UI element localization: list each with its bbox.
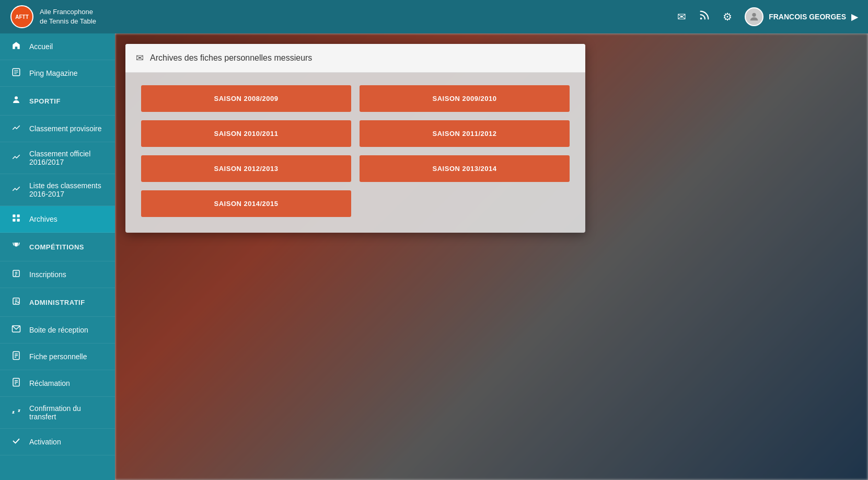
administratif-label: ADMINISTRATIF: [29, 299, 85, 306]
sidebar-item-activation[interactable]: Activation: [0, 429, 115, 455]
settings-icon[interactable]: ⚙: [723, 10, 732, 23]
classement-officiel-icon: [10, 152, 22, 164]
sidebar-item-boite-reception[interactable]: Boite de réception: [0, 317, 115, 344]
reclamation-icon: [10, 378, 22, 389]
boite-reception-icon: [10, 324, 22, 336]
confirmation-transfert-icon: [10, 407, 22, 418]
boite-reception-label: Boite de réception: [29, 326, 88, 334]
sidebar: AccueilPing MagazineSPORTIFClassement pr…: [0, 33, 115, 480]
archives-icon: [10, 213, 22, 225]
season-button-s2014[interactable]: SAISON 2014/2015: [141, 190, 351, 217]
svg-rect-9: [13, 219, 15, 222]
modal-body: SAISON 2008/2009SAISON 2009/2010SAISON 2…: [125, 73, 585, 233]
season-button-s2013[interactable]: SAISON 2013/2014: [360, 155, 570, 182]
administratif-icon: [10, 296, 22, 308]
logo-icon: AFTT: [10, 5, 33, 28]
svg-point-6: [15, 96, 18, 99]
season-button-s2012[interactable]: SAISON 2012/2013: [141, 155, 351, 182]
sidebar-item-fiche-personnelle[interactable]: Fiche personnelle: [0, 344, 115, 370]
logo-text: Aile Francophone de Tennis de Table: [40, 7, 96, 26]
accueil-icon: [10, 41, 22, 52]
archives-label: Archives: [29, 215, 57, 223]
competitions-icon: [10, 241, 22, 253]
sidebar-item-inscriptions[interactable]: Inscriptions: [0, 261, 115, 288]
ping-magazine-label: Ping Magazine: [29, 69, 78, 77]
play-icon: ▶: [851, 12, 858, 22]
fiche-personnelle-label: Fiche personnelle: [29, 352, 87, 361]
user-menu[interactable]: FRANCOIS GEORGES ▶: [745, 7, 858, 26]
header-icons: ✉ ⚙ FRANCOIS GEORGES ▶: [677, 7, 858, 26]
sidebar-item-confirmation-transfert[interactable]: Confirmation du transfert: [0, 397, 115, 429]
sidebar-item-ping-magazine[interactable]: Ping Magazine: [0, 60, 115, 87]
competitions-label: COMPÉTITIONS: [29, 243, 84, 251]
modal-title: Archives des fiches personnelles messieu…: [150, 53, 312, 63]
fiche-personnelle-icon: [10, 351, 22, 362]
mail-icon[interactable]: ✉: [677, 10, 686, 23]
svg-point-1: [753, 13, 756, 17]
classement-provisoire-label: Classement provisoire: [29, 124, 102, 133]
sidebar-item-administratif: ADMINISTRATIF: [0, 288, 115, 317]
avatar: [745, 7, 763, 26]
sidebar-item-competitions: COMPÉTITIONS: [0, 233, 115, 261]
liste-classements-label: Liste des classements 2016-2017: [29, 181, 105, 198]
accueil-label: Accueil: [29, 42, 53, 51]
logo: AFTT Aile Francophone de Tennis de Table: [10, 5, 96, 28]
season-button-s2009[interactable]: SAISON 2009/2010: [360, 85, 570, 112]
sportif-icon: [10, 95, 22, 107]
ping-magazine-icon: [10, 67, 22, 79]
inscriptions-icon: [10, 269, 22, 280]
svg-rect-10: [17, 219, 20, 222]
activation-label: Activation: [29, 438, 61, 446]
sidebar-item-archives[interactable]: Archives: [0, 206, 115, 233]
svg-point-0: [700, 18, 702, 20]
header: AFTT Aile Francophone de Tennis de Table…: [0, 0, 868, 33]
user-name: FRANCOIS GEORGES: [769, 13, 846, 21]
body: AccueilPing MagazineSPORTIFClassement pr…: [0, 33, 868, 480]
seasons-grid: SAISON 2008/2009SAISON 2009/2010SAISON 2…: [141, 85, 570, 217]
archives-modal: ✉ Archives des fiches personnelles messi…: [125, 44, 585, 233]
sportif-label: SPORTIF: [29, 97, 61, 105]
modal-header-icon: ✉: [136, 52, 144, 64]
rss-icon[interactable]: [699, 9, 710, 24]
modal-header: ✉ Archives des fiches personnelles messi…: [125, 44, 585, 73]
classement-officiel-label: Classement officiel 2016/2017: [29, 150, 105, 166]
confirmation-transfert-label: Confirmation du transfert: [29, 404, 105, 421]
season-button-s2008[interactable]: SAISON 2008/2009: [141, 85, 351, 112]
sidebar-item-accueil[interactable]: Accueil: [0, 33, 115, 60]
classement-provisoire-icon: [10, 123, 22, 134]
sidebar-item-liste-classements[interactable]: Liste des classements 2016-2017: [0, 174, 115, 206]
sidebar-item-sportif: SPORTIF: [0, 87, 115, 116]
sidebar-item-classement-provisoire[interactable]: Classement provisoire: [0, 116, 115, 142]
inscriptions-label: Inscriptions: [29, 270, 66, 279]
reclamation-label: Réclamation: [29, 379, 70, 387]
sidebar-item-reclamation[interactable]: Réclamation: [0, 370, 115, 397]
svg-rect-7: [13, 214, 15, 217]
main-content: ✉ Archives des fiches personnelles messi…: [115, 33, 868, 480]
season-button-s2011[interactable]: SAISON 2011/2012: [360, 120, 570, 147]
activation-icon: [10, 436, 22, 448]
svg-rect-8: [17, 214, 20, 217]
liste-classements-icon: [10, 184, 22, 196]
season-button-s2010[interactable]: SAISON 2010/2011: [141, 120, 351, 147]
sidebar-item-classement-officiel[interactable]: Classement officiel 2016/2017: [0, 142, 115, 174]
